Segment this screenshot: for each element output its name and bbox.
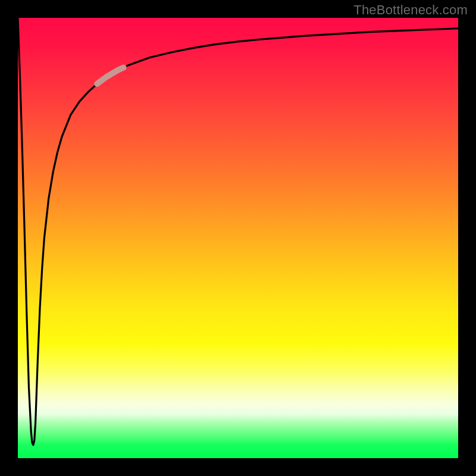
plot-area (18, 18, 458, 458)
curve-highlight-segment (97, 67, 123, 84)
attribution-label: TheBottleneck.com (353, 2, 468, 18)
curve-svg (18, 18, 458, 458)
bottleneck-curve (18, 18, 458, 445)
chart-frame: TheBottleneck.com (0, 0, 476, 476)
